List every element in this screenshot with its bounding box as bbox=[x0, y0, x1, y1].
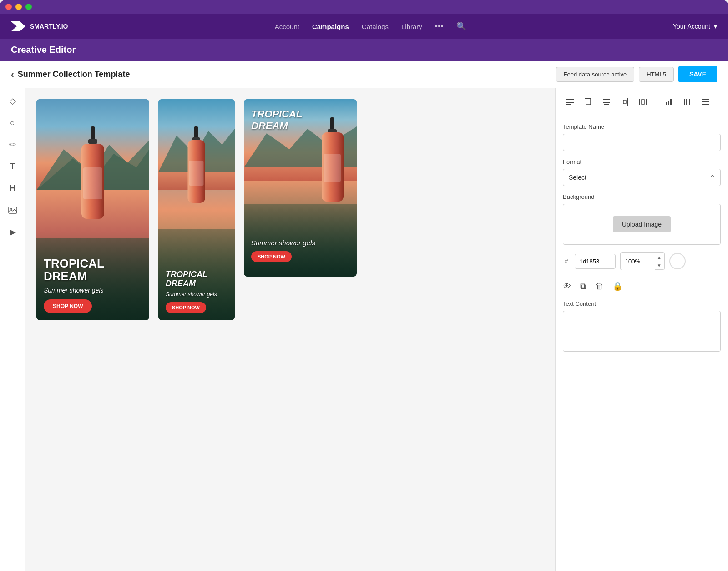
svg-rect-34 bbox=[666, 102, 667, 105]
svg-rect-37 bbox=[684, 99, 685, 105]
ad-card-3[interactable]: TROPICALDREAM Summer shower gels SHOP NO… bbox=[244, 99, 357, 277]
toolbar-separator bbox=[656, 96, 656, 107]
color-row: # ▲ ▼ bbox=[563, 252, 721, 270]
opacity-increase-button[interactable]: ▲ bbox=[655, 253, 664, 261]
icon-row: 👁 ⧉ 🗑 🔒 bbox=[563, 278, 721, 295]
chevron-down-icon: ▾ bbox=[714, 23, 717, 30]
ad-2-content: TROPICALDREAM Summer shower gels SHOP NO… bbox=[158, 263, 235, 320]
account-label: Your Account bbox=[673, 23, 710, 30]
opacity-group: ▲ ▼ bbox=[620, 252, 665, 270]
svg-rect-27 bbox=[604, 104, 609, 105]
html5-button[interactable]: HTML5 bbox=[639, 67, 674, 82]
template-back[interactable]: ‹ Summer Collection Template bbox=[11, 69, 130, 80]
align-center-button[interactable] bbox=[599, 96, 614, 108]
template-bar: ‹ Summer Collection Template Feed data s… bbox=[0, 61, 728, 88]
logo-icon bbox=[11, 21, 25, 31]
opacity-input[interactable] bbox=[621, 254, 655, 268]
nav-more-icon[interactable]: ••• bbox=[435, 22, 444, 31]
ad-2-subtitle: Summer shower gels bbox=[166, 291, 228, 298]
right-panel: Template Name Format Select ⌃ Background… bbox=[555, 88, 728, 571]
opacity-spinner: ▲ ▼ bbox=[655, 253, 664, 270]
window-chrome bbox=[0, 0, 728, 14]
svg-rect-35 bbox=[668, 101, 669, 105]
svg-rect-18 bbox=[566, 99, 574, 100]
color-hex-input[interactable] bbox=[575, 254, 616, 269]
lock-icon[interactable]: 🔒 bbox=[612, 281, 622, 291]
svg-rect-21 bbox=[566, 104, 571, 105]
svg-rect-39 bbox=[688, 99, 688, 105]
svg-rect-24 bbox=[603, 99, 610, 100]
template-name-input[interactable] bbox=[563, 134, 721, 151]
svg-rect-9 bbox=[194, 126, 198, 138]
search-icon[interactable]: 🔍 bbox=[456, 21, 466, 31]
back-arrow-icon: ‹ bbox=[11, 69, 14, 80]
template-name-label: Template Name bbox=[563, 123, 721, 130]
ad-1-subtitle: Summer shower gels bbox=[44, 287, 142, 294]
tool-header-icon[interactable]: H bbox=[5, 181, 20, 196]
nav-account[interactable]: Account bbox=[275, 23, 299, 30]
svg-rect-5 bbox=[88, 139, 97, 144]
ad-3-cta[interactable]: SHOP NOW bbox=[251, 251, 292, 262]
tool-video-icon[interactable]: ▶ bbox=[5, 225, 20, 239]
svg-rect-42 bbox=[702, 101, 709, 102]
text-content-section: Text Content bbox=[563, 300, 721, 354]
columns-button[interactable] bbox=[680, 96, 694, 108]
nav-logo[interactable]: SMARTLY.IO bbox=[11, 21, 68, 31]
left-toolbar: ◇ ○ ✏ T H ▶ bbox=[0, 88, 25, 571]
delete-icon[interactable]: 🗑 bbox=[595, 282, 603, 291]
nav-campaigns[interactable]: Campaigns bbox=[312, 23, 349, 30]
tool-text-icon[interactable]: T bbox=[5, 159, 20, 174]
nav-library[interactable]: Library bbox=[401, 23, 422, 30]
ad-1-cta[interactable]: SHOP NOW bbox=[44, 299, 92, 313]
ad-card-2[interactable]: TROPICALDREAM Summer shower gels SHOP NO… bbox=[158, 99, 235, 320]
ad-card-1[interactable]: TROPICALDREAM Summer shower gels SHOP NO… bbox=[36, 99, 149, 320]
svg-rect-36 bbox=[670, 99, 672, 105]
svg-rect-12 bbox=[189, 161, 204, 186]
visibility-icon[interactable]: 👁 bbox=[563, 282, 571, 291]
svg-rect-30 bbox=[623, 100, 626, 104]
save-button[interactable]: SAVE bbox=[678, 66, 717, 82]
background-section: Background Upload Image bbox=[563, 193, 721, 245]
chrome-close[interactable] bbox=[5, 4, 12, 10]
svg-rect-38 bbox=[686, 99, 687, 105]
ad-2-cta[interactable]: SHOP NOW bbox=[166, 302, 206, 313]
chrome-minimize[interactable] bbox=[15, 4, 22, 10]
nav-account-menu[interactable]: Your Account ▾ bbox=[673, 23, 717, 30]
format-select[interactable]: Select bbox=[563, 169, 721, 186]
svg-rect-7 bbox=[83, 167, 102, 199]
opacity-decrease-button[interactable]: ▼ bbox=[655, 261, 664, 269]
align-spread-button[interactable] bbox=[636, 96, 650, 108]
svg-rect-32 bbox=[646, 99, 647, 105]
text-content-textarea[interactable] bbox=[563, 311, 721, 352]
feed-data-source-button[interactable]: Feed data source active bbox=[556, 67, 635, 82]
align-left-button[interactable] bbox=[563, 96, 577, 108]
tool-circle-icon[interactable]: ○ bbox=[5, 116, 20, 130]
upload-area[interactable]: Upload Image bbox=[563, 204, 721, 245]
logo-text: SMARTLY.IO bbox=[30, 23, 68, 30]
tool-diamond-icon[interactable]: ◇ bbox=[5, 94, 20, 108]
svg-rect-23 bbox=[586, 98, 591, 105]
chrome-maximize[interactable] bbox=[25, 4, 32, 10]
template-actions: Feed data source active HTML5 SAVE bbox=[556, 66, 717, 82]
menu-button[interactable] bbox=[698, 96, 713, 108]
template-name-field: Template Name bbox=[563, 123, 721, 158]
format-label: Format bbox=[563, 158, 721, 165]
align-center-top-button[interactable] bbox=[581, 96, 596, 108]
svg-rect-25 bbox=[604, 101, 609, 101]
tool-image-icon[interactable] bbox=[5, 203, 20, 217]
editor-title: Creative Editor bbox=[11, 45, 76, 55]
duplicate-icon[interactable]: ⧉ bbox=[580, 282, 586, 291]
tool-pen-icon[interactable]: ✏ bbox=[5, 137, 20, 152]
svg-rect-17 bbox=[324, 154, 341, 182]
chart-button[interactable] bbox=[662, 96, 676, 108]
background-label: Background bbox=[563, 193, 721, 200]
nav-catalogs[interactable]: Catalogs bbox=[362, 23, 389, 30]
color-swatch[interactable] bbox=[669, 253, 686, 269]
align-distribute-button[interactable] bbox=[617, 96, 632, 108]
ad-3-content: Summer shower gels SHOP NOW bbox=[244, 232, 357, 269]
main-layout: ◇ ○ ✏ T H ▶ bbox=[0, 88, 728, 571]
editor-header: Creative Editor bbox=[0, 39, 728, 61]
svg-rect-40 bbox=[689, 99, 690, 105]
upload-image-button[interactable]: Upload Image bbox=[613, 216, 671, 232]
align-toolbar bbox=[563, 96, 721, 116]
